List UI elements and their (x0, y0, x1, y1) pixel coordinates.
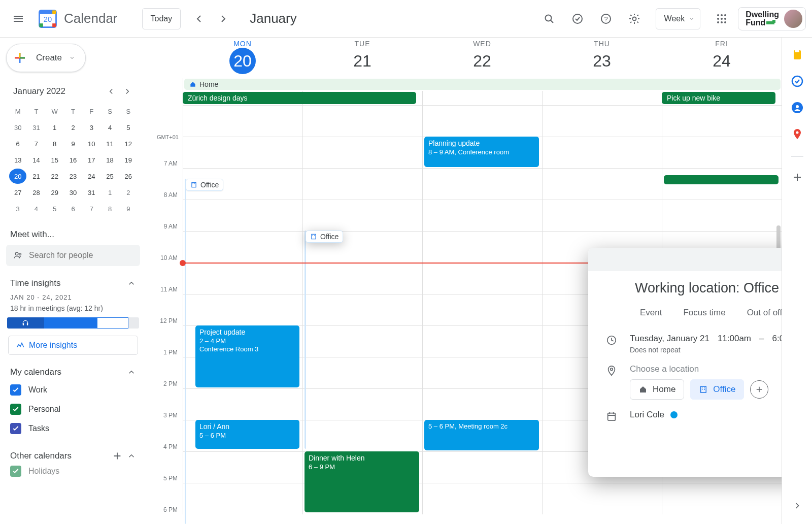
mini-cal-day[interactable]: 8 (46, 136, 63, 151)
prev-period-button[interactable] (187, 7, 211, 31)
calendar-event[interactable]: Lori / Ann5 – 6 PM (195, 420, 299, 449)
mini-cal-day[interactable]: 31 (27, 120, 45, 135)
other-calendars-toggle[interactable]: Other calendars (6, 450, 140, 462)
mini-cal-day[interactable]: 11 (101, 136, 118, 151)
day-header[interactable]: FRI24 (662, 38, 782, 77)
time-insights-toggle[interactable]: Time insights (6, 278, 140, 288)
location-home-button[interactable]: Home (630, 379, 684, 400)
calendar-event[interactable]: Dinner with Helen6 – 9 PM (304, 451, 419, 512)
mini-cal-day[interactable]: 7 (27, 136, 45, 151)
calendar-event[interactable]: 5 – 6 PM, Meeting room 2c (424, 420, 539, 450)
mini-cal-day[interactable]: 3 (83, 120, 100, 135)
mini-cal-day[interactable]: 31 (83, 185, 100, 200)
event-type-tab[interactable]: Event (635, 305, 667, 320)
day-header[interactable]: WED22 (422, 38, 542, 77)
more-insights-button[interactable]: More insights (8, 336, 138, 355)
mini-cal-day[interactable]: 25 (101, 169, 118, 184)
search-people[interactable] (6, 245, 140, 266)
calendar-event[interactable] (664, 175, 779, 184)
day-header[interactable]: THU23 (542, 38, 662, 77)
keep-icon[interactable] (791, 49, 803, 61)
mini-cal-day[interactable]: 10 (83, 136, 100, 151)
search-people-input[interactable] (29, 251, 133, 260)
calendar-item[interactable]: Holidays (6, 462, 140, 481)
mini-cal-day[interactable]: 5 (120, 120, 137, 135)
mini-cal-day[interactable]: 15 (46, 152, 63, 168)
working-location-chip[interactable]: Office (306, 231, 343, 243)
calendar-event[interactable]: Project update2 – 4 PMConference Room 3 (195, 325, 299, 387)
view-switcher[interactable]: Week (656, 8, 701, 29)
search-button[interactable] (537, 7, 561, 31)
mini-cal-day[interactable]: 17 (83, 152, 100, 168)
mini-cal-day[interactable]: 1 (46, 120, 63, 135)
mini-cal-day[interactable]: 30 (64, 185, 82, 200)
mini-cal-day[interactable]: 30 (9, 120, 26, 135)
today-button[interactable]: Today (142, 8, 181, 29)
mini-cal-next[interactable] (123, 84, 137, 99)
allday-working-location[interactable]: Home (184, 79, 781, 90)
mini-cal-day[interactable]: 7 (83, 201, 100, 216)
allday-event[interactable]: Pick up new bike (662, 92, 775, 104)
add-calendar-icon[interactable] (112, 450, 123, 462)
mini-cal-day[interactable]: 1 (101, 185, 118, 200)
tasks-icon[interactable] (791, 75, 803, 87)
calendar-item[interactable]: Work (6, 380, 140, 400)
day-header[interactable]: TUE21 (302, 38, 422, 77)
mini-cal-day[interactable]: 9 (64, 136, 82, 151)
mini-cal-day[interactable]: 23 (64, 169, 82, 184)
contacts-icon[interactable] (791, 102, 803, 114)
mini-cal-day[interactable]: 6 (64, 201, 82, 216)
working-location-chip[interactable]: Office (186, 179, 223, 191)
mini-cal-day[interactable]: 13 (9, 152, 26, 168)
calendar-item[interactable]: Personal (6, 400, 140, 419)
event-recurrence[interactable]: Does not repeat (630, 346, 782, 354)
next-period-button[interactable] (211, 7, 235, 31)
allday-event[interactable]: Zürich design days (183, 92, 416, 104)
mini-cal-day[interactable]: 29 (46, 185, 63, 200)
location-office-button[interactable]: Office (690, 379, 744, 400)
mini-cal-day[interactable]: 4 (101, 120, 118, 135)
mini-cal-day[interactable]: 14 (27, 152, 45, 168)
event-time-end[interactable]: 6:00pm (772, 334, 782, 344)
account-chip[interactable]: Dwelling Fund (738, 7, 806, 30)
calendar-event[interactable]: Planning update8 – 9 AM, Conference room (424, 137, 539, 167)
add-addon-icon[interactable] (791, 171, 803, 183)
mini-cal-day[interactable]: 21 (27, 169, 45, 184)
day-header[interactable]: MON20 (183, 38, 302, 77)
mini-cal-day[interactable]: 5 (46, 201, 63, 216)
hide-panel-button[interactable] (789, 498, 805, 514)
mini-cal-day[interactable]: 19 (120, 152, 137, 168)
add-location-button[interactable] (750, 380, 768, 399)
maps-icon[interactable] (791, 128, 803, 140)
mini-cal-day[interactable]: 16 (64, 152, 82, 168)
mini-cal-day[interactable]: 8 (101, 201, 118, 216)
calendar-owner[interactable]: Lori Cole (630, 410, 664, 420)
mini-cal-day[interactable]: 12 (120, 136, 137, 151)
mini-cal-day[interactable]: 27 (9, 185, 26, 200)
mini-cal-day[interactable]: 26 (120, 169, 137, 184)
event-time-start[interactable]: 11:00am (718, 334, 751, 344)
event-date[interactable]: Tuesday, January 21 (630, 334, 709, 344)
mini-cal-prev[interactable] (107, 84, 121, 99)
mini-cal-day[interactable]: 20 (9, 169, 26, 184)
tasks-indicator-button[interactable] (565, 7, 590, 31)
google-apps-button[interactable] (709, 7, 734, 31)
mini-cal-day[interactable]: 28 (27, 185, 45, 200)
create-button[interactable]: Create (6, 44, 86, 72)
mini-cal-day[interactable]: 2 (64, 120, 82, 135)
mini-cal-day[interactable]: 3 (9, 201, 26, 216)
calendar-item[interactable]: Tasks (6, 419, 140, 438)
mini-cal-day[interactable]: 2 (120, 185, 137, 200)
my-calendars-toggle[interactable]: My calendars (6, 367, 140, 377)
event-type-tab[interactable]: Focus time (678, 305, 730, 320)
support-button[interactable]: ? (594, 7, 618, 31)
main-menu-button[interactable] (6, 7, 30, 31)
mini-cal-day[interactable]: 9 (120, 201, 137, 216)
settings-button[interactable] (622, 7, 647, 31)
mini-cal-day[interactable]: 6 (9, 136, 26, 151)
event-type-tab[interactable]: Out of office (742, 305, 782, 320)
mini-cal-day[interactable]: 24 (83, 169, 100, 184)
mini-cal-day[interactable]: 18 (101, 152, 118, 168)
mini-cal-day[interactable]: 4 (27, 201, 45, 216)
mini-cal-day[interactable]: 22 (46, 169, 63, 184)
